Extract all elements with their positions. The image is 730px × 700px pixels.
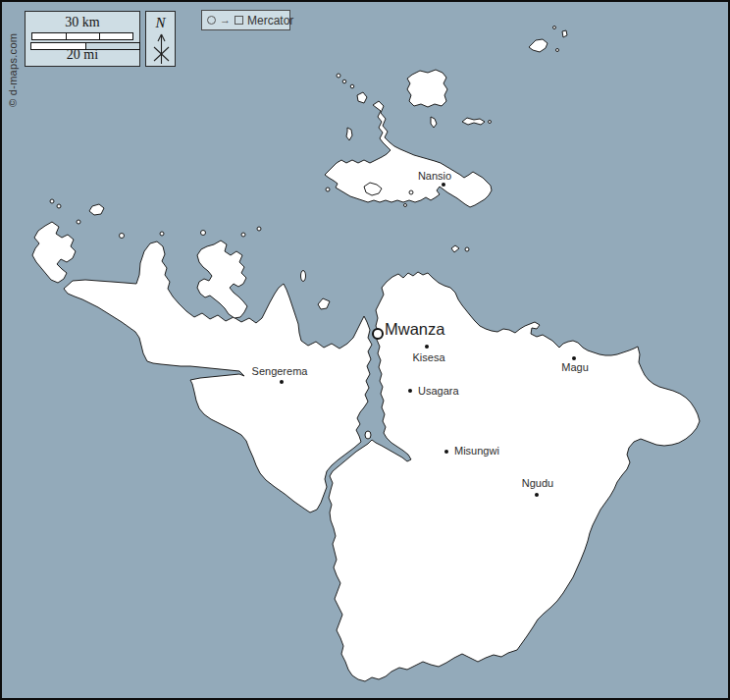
- projection-label: Mercator: [247, 14, 293, 27]
- circle-icon: [207, 16, 216, 25]
- city-marker-magu: [572, 356, 576, 360]
- north-compass-panel: N: [145, 11, 176, 67]
- city-label-sengerema: Sengerema: [252, 365, 308, 377]
- city-label-magu: Magu: [561, 361, 589, 373]
- city-label-ngudu: Ngudu: [522, 477, 553, 489]
- city-label-mwanza: Mwanza: [385, 320, 444, 339]
- city-marker-sengerema: [280, 380, 284, 384]
- arrow-right-icon: →: [220, 16, 231, 25]
- city-marker-nansio: [442, 183, 445, 187]
- map-canvas: MwanzaNansioKisesaMaguUsagaraMisungwiNgu…: [0, 0, 730, 700]
- city-marker-kisesa: [425, 345, 429, 349]
- copyright-text: © d-maps.com: [7, 33, 19, 107]
- projection-panel: → Mercator: [201, 10, 290, 30]
- city-label-usagara: Usagara: [418, 385, 459, 397]
- city-marker-misungwi: [444, 450, 448, 454]
- scale-bar-panel: 30 km 20 mi: [25, 11, 140, 67]
- city-marker-usagara: [408, 389, 412, 393]
- square-icon: [235, 16, 243, 25]
- scale-bar-segment: [66, 33, 99, 39]
- scale-bar-segment: [32, 33, 66, 39]
- city-marker-ngudu: [535, 493, 539, 497]
- compass-rose-icon: [146, 31, 177, 67]
- city-label-kisesa: Kisesa: [412, 351, 444, 363]
- city-label-misungwi: Misungwi: [454, 445, 499, 457]
- city-marker-mwanza: [372, 328, 384, 340]
- scale-mi-label: 20 mi: [26, 48, 139, 62]
- scale-bar-segment: [99, 33, 132, 39]
- north-label: N: [146, 15, 175, 31]
- city-label-nansio: Nansio: [418, 170, 451, 182]
- city-layer: MwanzaNansioKisesaMaguUsagaraMisungwiNgu…: [2, 2, 728, 698]
- scale-km-bar: [31, 32, 133, 40]
- scale-km-label: 30 km: [26, 16, 139, 29]
